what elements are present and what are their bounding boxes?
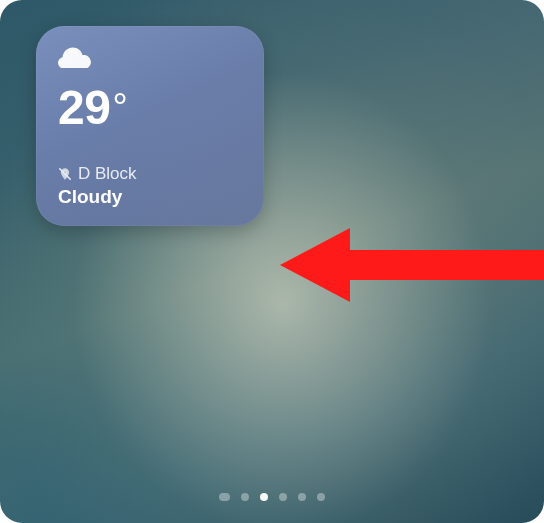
page-dot-search[interactable] xyxy=(219,493,230,501)
annotation-arrow xyxy=(280,220,544,310)
arrow-left-icon xyxy=(280,228,544,302)
weather-widget[interactable]: 29 ° D Block Cloudy xyxy=(36,26,264,226)
location-row: D Block xyxy=(58,164,242,184)
location-off-icon xyxy=(58,166,72,182)
temperature-unit: ° xyxy=(112,86,127,129)
home-screen-page[interactable]: 29 ° D Block Cloudy xyxy=(0,0,544,523)
page-dot-4[interactable] xyxy=(298,493,306,501)
cloud-icon xyxy=(58,46,92,68)
weather-condition-text: Cloudy xyxy=(58,186,242,208)
page-dot-5[interactable] xyxy=(317,493,325,501)
temperature-value: 29 xyxy=(58,84,110,132)
location-name: D Block xyxy=(78,164,137,184)
page-dot-1[interactable] xyxy=(241,493,249,501)
page-indicator[interactable] xyxy=(0,493,544,501)
weather-condition-icon xyxy=(58,46,242,76)
temperature-display: 29 ° xyxy=(58,84,242,132)
page-dot-2[interactable] xyxy=(260,493,268,501)
page-dot-3[interactable] xyxy=(279,493,287,501)
